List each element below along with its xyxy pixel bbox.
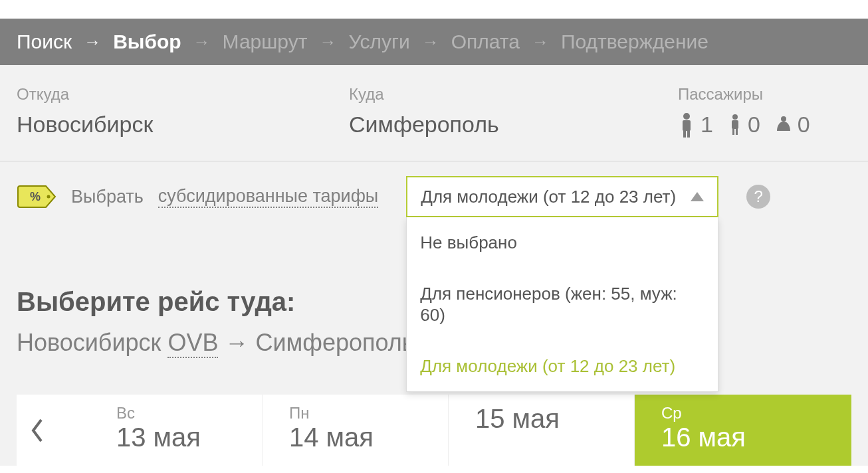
- route-arrow-icon: →: [225, 329, 249, 357]
- tariff-option-youth[interactable]: Для молодежи (от 12 до 23 лет): [407, 341, 718, 392]
- pax-label: Пассажиры: [678, 85, 851, 104]
- crumb-arrow-icon: →: [422, 32, 439, 52]
- infant-count: 0: [798, 112, 810, 138]
- from-value[interactable]: Новосибирск: [17, 112, 349, 138]
- help-icon[interactable]: ?: [746, 185, 770, 209]
- breadcrumb-bar: Поиск → Выбор → Маршрут → Услуги → Оплат…: [0, 19, 868, 65]
- tariff-dropdown-button[interactable]: Для молодежи (от 12 до 23 лет): [406, 176, 718, 217]
- date-dom: 14 мая: [289, 423, 441, 452]
- tariff-selected-label: Для молодежи (от 12 до 23 лет): [421, 187, 676, 207]
- date-dow: Ср: [661, 404, 845, 423]
- subs-prefix: Выбрать: [71, 187, 144, 207]
- date-strip: Вс 13 мая Пн 14 мая 15 мая Ср 16 мая: [17, 395, 851, 466]
- crumb-arrow-icon: →: [532, 32, 549, 52]
- svg-rect-3: [687, 130, 690, 138]
- pax-counts[interactable]: 1 0 0: [678, 112, 851, 138]
- date-dow: Пн: [289, 404, 441, 423]
- crumb-arrow-icon: →: [319, 32, 336, 52]
- subs-link[interactable]: субсидированные тарифы: [158, 186, 379, 208]
- chevron-up-icon: [691, 192, 704, 201]
- from-label: Откуда: [17, 85, 349, 104]
- date-cell[interactable]: Вс 13 мая: [56, 395, 263, 466]
- adult-count: 1: [701, 112, 713, 138]
- child-count: 0: [748, 112, 760, 138]
- crumb-arrow-icon: →: [193, 32, 211, 52]
- tariff-option-none[interactable]: Не выбрано: [407, 217, 718, 268]
- tariff-dropdown-list: Не выбрано Для пенсионеров (жен: 55, муж…: [406, 217, 718, 392]
- svg-rect-1: [683, 120, 691, 131]
- crumb-route: Маршрут: [223, 31, 308, 53]
- svg-point-0: [683, 113, 690, 120]
- percent-tag-icon: %: [17, 185, 56, 208]
- route-from-code[interactable]: OVB: [167, 329, 218, 358]
- svg-point-4: [732, 114, 738, 120]
- crumb-payment: Оплата: [451, 31, 520, 53]
- adult-icon: [678, 112, 695, 138]
- svg-rect-7: [736, 128, 738, 135]
- crumb-search[interactable]: Поиск: [17, 31, 72, 53]
- infant-icon: [775, 115, 792, 135]
- date-dom: 16 мая: [661, 423, 845, 452]
- svg-rect-5: [732, 120, 738, 129]
- date-cell[interactable]: 15 мая: [449, 395, 635, 466]
- svg-point-10: [47, 195, 51, 199]
- to-value[interactable]: Симферополь: [349, 112, 678, 138]
- subsidised-row: % Выбрать субсидированные тарифы Для мол…: [0, 161, 868, 217]
- crumb-confirm: Подтверждение: [561, 31, 708, 53]
- tariff-option-pension[interactable]: Для пенсионеров (жен: 55, муж: 60): [407, 268, 718, 341]
- crumb-select[interactable]: Выбор: [113, 31, 181, 53]
- svg-rect-6: [732, 128, 734, 135]
- crumb-services: Услуги: [348, 31, 409, 53]
- route-from-city: Новосибирск: [17, 329, 161, 357]
- date-cell[interactable]: Пн 14 мая: [263, 395, 449, 466]
- svg-point-8: [781, 116, 786, 122]
- svg-text:%: %: [30, 190, 41, 203]
- date-dom: 13 мая: [116, 423, 255, 452]
- date-prev-button[interactable]: [17, 395, 56, 466]
- date-dom: 15 мая: [475, 404, 627, 434]
- svg-rect-2: [683, 130, 686, 138]
- route-to-city: Симферополь: [255, 329, 414, 357]
- tariff-dropdown[interactable]: Для молодежи (от 12 до 23 лет) Не выбран…: [406, 176, 718, 217]
- crumb-arrow-icon: →: [84, 32, 101, 52]
- date-dow: Вс: [116, 404, 255, 423]
- to-label: Куда: [349, 85, 678, 104]
- child-icon: [728, 114, 742, 136]
- date-cell-active[interactable]: Ср 16 мая: [635, 395, 851, 466]
- search-summary: Откуда Новосибирск Куда Симферополь Пасс…: [0, 65, 868, 161]
